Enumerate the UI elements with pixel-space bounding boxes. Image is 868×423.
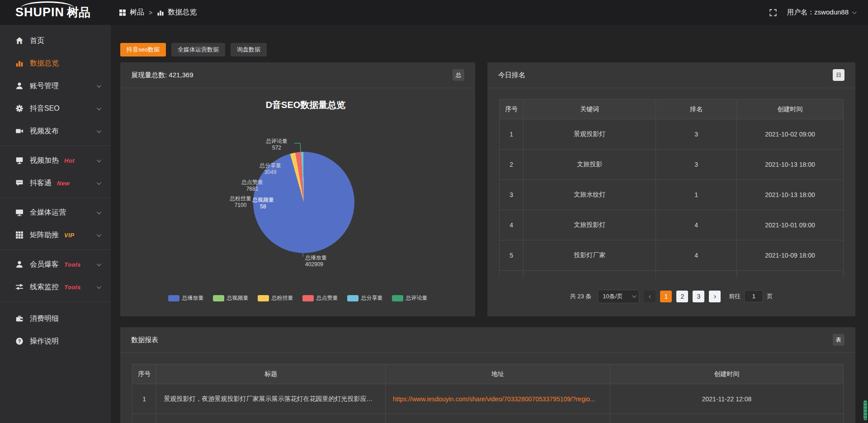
- sidebar-item-label: 首页: [30, 36, 44, 46]
- legend-item-likes[interactable]: 总点赞量: [302, 294, 338, 302]
- chevron-down-icon: [97, 83, 101, 88]
- legend-item-fans[interactable]: 总粉丝量: [258, 294, 293, 302]
- goto-page-input[interactable]: [744, 290, 763, 302]
- bar-chart-icon: [157, 9, 164, 16]
- day-toggle-button[interactable]: 日: [833, 69, 844, 81]
- tools-badge: Tools: [64, 284, 81, 291]
- table-toggle-button[interactable]: 表: [833, 334, 844, 346]
- tab-omnimedia-data[interactable]: 全媒体运营数据: [171, 43, 225, 56]
- sidebar-item-lead-monitor[interactable]: 线索监控 Tools: [0, 276, 111, 298]
- col-rank: 排名: [656, 99, 737, 119]
- legend-item-comments[interactable]: 总评论量: [392, 294, 428, 302]
- vip-badge: VIP: [64, 232, 74, 239]
- sidebar-item-data-overview[interactable]: 数据总览: [0, 52, 111, 75]
- chat-icon: [15, 179, 24, 187]
- sidebar-menu: 首页 数据总览 账号管理 抖音SEO 视频发布: [0, 25, 111, 352]
- menu-divider: [0, 249, 111, 250]
- chevron-down-icon: [97, 128, 101, 133]
- legend-item-videos[interactable]: 总视频量: [213, 294, 249, 302]
- goto-unit: 页: [767, 292, 773, 301]
- sidebar-item-omnimedia[interactable]: 全媒体运营: [0, 201, 111, 224]
- chevron-down-icon: [852, 9, 857, 14]
- chevron-down-icon: [97, 106, 101, 110]
- user-menu[interactable]: 用户名：zswodun88: [787, 8, 855, 17]
- sidebar-item-account[interactable]: 账号管理: [0, 75, 111, 97]
- chevron-down-icon: [97, 262, 101, 266]
- sidebar-item-label: 矩阵助推: [30, 230, 59, 240]
- sidebar-item-video-heat[interactable]: 视频加热 Hot: [0, 149, 111, 172]
- menu-divider: [0, 301, 111, 302]
- sidebar-item-matrix-boost[interactable]: 矩阵助推 VIP: [0, 224, 111, 246]
- created-time-cell: 2021-11-22 12:08: [610, 384, 844, 414]
- report-card-title: 数据报表: [131, 336, 158, 344]
- tab-inquiry-data[interactable]: 询盘数据: [231, 43, 267, 56]
- report-table: 序号 标题 地址 创建时间 1 景观投影灯，夜游景观投影灯厂家展示展示落花灯在花…: [132, 364, 844, 423]
- squares-icon: [119, 9, 126, 16]
- col-index: 序号: [500, 99, 524, 119]
- legend-swatch: [302, 295, 314, 301]
- goto-label: 前往: [729, 292, 741, 301]
- monitor-icon: [15, 208, 24, 216]
- sidebar-item-home[interactable]: 首页: [0, 29, 111, 52]
- sidebar-item-label: 抖客通: [30, 179, 52, 188]
- table-row: 5 投影灯厂家 4 2021-10-09 18:00: [500, 240, 844, 271]
- sidebar-item-member[interactable]: 会员爆客 Tools: [0, 253, 111, 276]
- menu-divider: [0, 146, 111, 146]
- page-button-1[interactable]: 1: [660, 291, 672, 302]
- tools-badge: Tools: [64, 261, 81, 268]
- legend-item-plays[interactable]: 总播放量: [168, 294, 204, 302]
- legend-swatch: [168, 295, 179, 301]
- col-created: 创建时间: [737, 99, 844, 119]
- legend-swatch: [347, 295, 359, 301]
- ranking-card-title: 今日排名: [498, 71, 525, 80]
- video-url-cell: https://www.iesdouyin.com/share/video/70…: [385, 384, 610, 414]
- video-link[interactable]: https://www.iesdouyin.com/share/video/70…: [393, 395, 595, 403]
- page-size-select[interactable]: 10条/页: [598, 290, 639, 303]
- table-row: 4 文旅投影灯 4 2021-10-01 09:00: [500, 210, 844, 240]
- sidebar-item-douyin-seo[interactable]: 抖音SEO: [0, 97, 111, 120]
- video-title-cell: 景观投影灯，夜游景观投影灯厂家展示展示落花灯在花园里的灯光投影应用效果 #: [156, 384, 386, 414]
- sidebar-item-label: 抖音SEO: [30, 104, 60, 113]
- sidebar-item-label: 视频发布: [30, 127, 59, 136]
- home-icon: [15, 37, 24, 45]
- page-button-3[interactable]: 3: [693, 291, 704, 302]
- grid-icon: [15, 231, 24, 239]
- sidebar-item-label: 消费明细: [30, 314, 59, 324]
- legend-swatch: [392, 295, 403, 301]
- page-button-2[interactable]: 2: [676, 291, 688, 302]
- chart-legend: 总播放量 总视频量 总粉丝量 总点赞量 总分享量 总评论量: [120, 294, 475, 302]
- chevron-down-icon: [97, 180, 101, 185]
- table-row: 3 文旅水纹灯 1 2021-10-13 18:00: [500, 180, 844, 210]
- table-header-row: 序号 标题 地址 创建时间: [132, 364, 844, 384]
- tab-douyin-seo-data[interactable]: 抖音seo数据: [120, 43, 166, 56]
- header-right: 用户名：zswodun88: [769, 8, 868, 17]
- col-created: 创建时间: [610, 364, 844, 384]
- app-root: SHUPIN 树品 树品 > 数据总览 用户名：zswodun88: [0, 0, 868, 423]
- data-tabs: 抖音seo数据 全媒体运营数据 询盘数据: [120, 43, 855, 56]
- chevron-down-icon: [97, 284, 101, 289]
- pie-label-videos: 总视频量58: [241, 197, 286, 210]
- gear-icon: [15, 104, 24, 113]
- logo[interactable]: SHUPIN 树品: [0, 0, 111, 25]
- sidebar-item-consumption[interactable]: 消费明细: [0, 307, 111, 330]
- fullscreen-icon[interactable]: [769, 9, 777, 17]
- next-page-button[interactable]: ›: [709, 291, 721, 302]
- clipped-row: [500, 271, 844, 278]
- user-icon: [15, 82, 24, 90]
- pagination: 共 23 条 10条/页 ‹ 1 2 3 › 前往 页: [499, 290, 844, 303]
- sidebar-item-instructions[interactable]: ? 操作说明: [0, 330, 111, 352]
- breadcrumb-item-home[interactable]: 树品: [130, 8, 144, 17]
- pie-label-comments: 总评论量572: [254, 138, 299, 151]
- total-toggle-button[interactable]: 总: [453, 69, 464, 81]
- screen-icon: [15, 156, 24, 164]
- scrollbar-thumb[interactable]: [863, 400, 867, 420]
- legend-item-shares[interactable]: 总分享量: [347, 294, 383, 302]
- main-content: 抖音seo数据 全媒体运营数据 询盘数据 展现量总数: 421,369 总 D音…: [111, 25, 868, 423]
- legend-swatch: [258, 295, 269, 301]
- sidebar-item-label: 账号管理: [30, 81, 59, 91]
- col-url: 地址: [385, 364, 610, 384]
- sidebar-item-video-publish[interactable]: 视频发布: [0, 120, 111, 142]
- breadcrumb-item-current[interactable]: 数据总览: [168, 8, 197, 17]
- prev-page-button[interactable]: ‹: [644, 291, 656, 302]
- sidebar-item-doukettong[interactable]: 抖客通 New: [0, 172, 111, 194]
